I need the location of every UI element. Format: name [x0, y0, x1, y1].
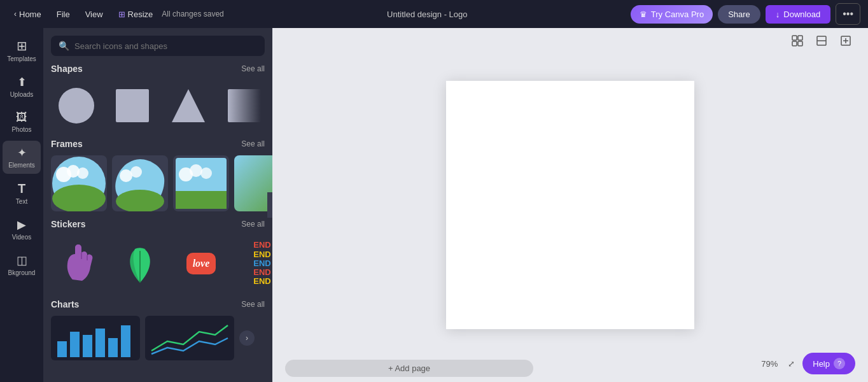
help-button[interactable]: Help ?: [802, 353, 855, 374]
svg-point-0: [59, 88, 94, 124]
templates-label: Templates: [7, 55, 36, 62]
search-input[interactable]: [74, 41, 257, 51]
shapes-title: Shapes: [51, 64, 83, 74]
add-page-button[interactable]: + Add page: [285, 360, 533, 377]
svg-point-15: [190, 164, 202, 177]
canvas-wrapper[interactable]: [272, 56, 868, 354]
sidebar-item-text[interactable]: T Text: [3, 176, 41, 210]
canvas-tool-1[interactable]: [788, 31, 807, 53]
chart-line[interactable]: [145, 316, 234, 360]
svg-rect-27: [798, 41, 802, 46]
download-label: Download: [783, 10, 820, 19]
shapes-grid: ›: [51, 80, 265, 131]
frames-grid: ›: [51, 155, 265, 211]
frames-section: Frames See all: [43, 139, 272, 219]
stickers-title: Stickers: [51, 219, 85, 229]
home-label: Home: [19, 10, 41, 19]
svg-point-8: [77, 167, 88, 179]
shape-circle[interactable]: [51, 80, 102, 131]
share-button[interactable]: Share: [718, 5, 760, 24]
sidebar-item-background[interactable]: ◫ Bkground: [3, 248, 41, 281]
sidebar-item-elements[interactable]: ✦ Elements: [3, 141, 41, 174]
shape-square[interactable]: [107, 80, 158, 131]
svg-point-10: [120, 169, 132, 182]
frame-gradient[interactable]: [234, 155, 272, 211]
main-area: ⊞ Templates ⬆ Uploads 🖼 Photos ✦ Element…: [0, 28, 868, 382]
search-bar[interactable]: 🔍: [51, 36, 265, 56]
document-title: Untitled design - Logo: [227, 10, 628, 19]
charts-title: Charts: [51, 299, 79, 309]
canvas-tool-2[interactable]: [812, 31, 831, 53]
text-label: Text: [16, 198, 27, 205]
file-button[interactable]: File: [50, 6, 76, 23]
zoom-level[interactable]: 79%: [759, 357, 780, 371]
save-status: All changes saved: [162, 10, 223, 18]
charts-grid: ›: [51, 316, 265, 360]
sticker-hand[interactable]: [51, 236, 107, 292]
sticker-end[interactable]: END END END END END: [234, 236, 272, 292]
photos-label: Photos: [11, 126, 31, 133]
canvas-area: + Add page 79% ⤢ Help ?: [272, 28, 868, 382]
background-label: Bkground: [8, 269, 36, 276]
charts-section: Charts See all: [43, 299, 272, 368]
stickers-grid: love END END END END END ›: [51, 236, 265, 292]
charts-scroll-right[interactable]: ›: [239, 330, 255, 346]
sticker-love[interactable]: love: [173, 236, 229, 292]
videos-icon: ▶: [17, 218, 26, 232]
help-icon: ?: [834, 358, 845, 369]
photos-icon: 🖼: [16, 111, 27, 124]
sticker-leaf[interactable]: [112, 236, 168, 292]
frame-circle-landscape[interactable]: [51, 155, 107, 211]
frames-see-all[interactable]: See all: [241, 139, 265, 148]
svg-point-5: [52, 185, 106, 211]
resize-icon: ⊞: [118, 10, 125, 19]
canvas-page[interactable]: [446, 81, 694, 329]
svg-rect-25: [798, 36, 802, 40]
background-icon: ◫: [17, 253, 27, 267]
svg-rect-26: [792, 41, 797, 46]
zoom-expand-button[interactable]: ⤢: [785, 357, 797, 371]
home-button[interactable]: ‹ Home: [8, 6, 48, 23]
help-label: Help: [813, 359, 830, 369]
sidebar-item-uploads[interactable]: ⬆ Uploads: [3, 70, 41, 103]
download-button[interactable]: ↓ Download: [766, 5, 830, 24]
stickers-section: Stickers See all: [43, 219, 272, 299]
frames-header: Frames See all: [51, 139, 265, 149]
elements-panel: 🔍 Shapes See all: [43, 28, 272, 382]
view-button[interactable]: View: [79, 6, 109, 23]
canva-pro-button[interactable]: ♛ Try Canva Pro: [631, 5, 713, 24]
svg-point-11: [130, 166, 142, 178]
more-options-button[interactable]: •••: [836, 3, 860, 25]
uploads-label: Uploads: [10, 91, 34, 98]
resize-label: Resize: [128, 10, 153, 19]
stickers-see-all[interactable]: See all: [241, 220, 265, 229]
shape-arrow[interactable]: [219, 80, 270, 131]
frame-rect-landscape[interactable]: [173, 155, 229, 211]
charts-header: Charts See all: [51, 299, 265, 309]
chart-bar[interactable]: [51, 316, 140, 360]
svg-rect-1: [116, 89, 149, 122]
svg-point-16: [200, 167, 212, 179]
resize-button[interactable]: ⊞ Resize: [112, 6, 160, 23]
sidebar-item-templates[interactable]: ⊞ Templates: [3, 33, 41, 67]
frame-blob-landscape[interactable]: [112, 155, 168, 211]
canva-pro-label: Try Canva Pro: [651, 10, 704, 19]
text-icon: T: [18, 181, 25, 196]
canvas-tool-3[interactable]: [836, 31, 855, 53]
shape-triangle[interactable]: [163, 80, 214, 131]
elements-icon: ✦: [17, 146, 27, 160]
sidebar-item-photos[interactable]: 🖼 Photos: [3, 106, 41, 138]
svg-rect-3: [228, 89, 261, 122]
shapes-see-all[interactable]: See all: [241, 64, 265, 73]
hide-panel-button[interactable]: ‹: [267, 192, 272, 218]
templates-icon: ⊞: [17, 38, 27, 53]
charts-see-all[interactable]: See all: [241, 300, 265, 309]
elements-label: Elements: [8, 162, 35, 169]
sidebar-item-videos[interactable]: ▶ Videos: [3, 213, 41, 246]
nav-right: ♛ Try Canva Pro Share ↓ Download •••: [631, 3, 860, 25]
canvas-toolbar: [272, 28, 868, 56]
uploads-icon: ⬆: [17, 75, 27, 89]
file-label: File: [57, 10, 70, 19]
svg-rect-22: [108, 338, 118, 357]
videos-label: Videos: [12, 234, 31, 241]
